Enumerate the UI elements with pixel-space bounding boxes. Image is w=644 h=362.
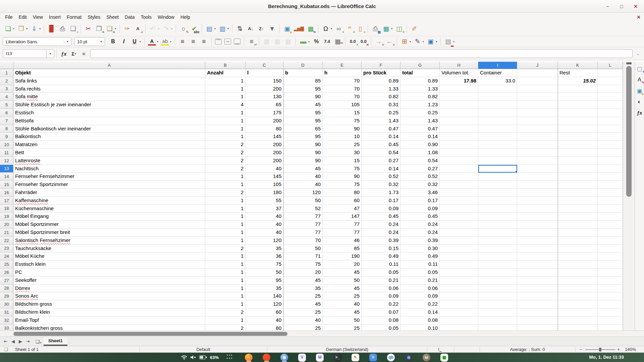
maximize-button[interactable]: □ <box>619 3 625 9</box>
cell-K9[interactable] <box>558 133 598 141</box>
cell-K18[interactable] <box>558 205 598 213</box>
cell-I4[interactable] <box>478 93 517 101</box>
cell-K28[interactable] <box>558 285 598 293</box>
row-header-31[interactable]: 31 <box>0 308 13 316</box>
cell-D6[interactable]: 95 <box>283 109 323 117</box>
column-button[interactable]: ▥▾ <box>217 23 230 34</box>
cell-H26[interactable] <box>440 268 478 277</box>
row-header-25[interactable]: 25 <box>0 260 13 268</box>
cell-I2[interactable]: 33.0 <box>478 77 517 85</box>
cell-I24[interactable] <box>478 252 517 260</box>
zoom-out-button[interactable]: − <box>579 346 582 353</box>
cell-E33[interactable]: 25 <box>323 324 362 331</box>
wrap-text-button[interactable]: ≡↵ <box>246 36 257 47</box>
zoom-in-button[interactable]: + <box>617 346 620 353</box>
cell-A9[interactable]: Balkontisch <box>13 133 205 141</box>
cell-I23[interactable] <box>478 245 517 253</box>
horizontal-scrollbar-thumb[interactable] <box>13 332 287 336</box>
libreoffice-calc-launcher[interactable]: ▦ <box>435 353 453 362</box>
cell-J14[interactable] <box>517 173 558 181</box>
cell-H9[interactable] <box>440 133 478 141</box>
hyperlink-button[interactable]: ∞+ <box>333 23 344 34</box>
cell-K4[interactable] <box>558 93 598 101</box>
align-top-button[interactable]: ⎺ <box>214 36 223 47</box>
cell-E29[interactable]: 25 <box>323 292 362 300</box>
cell-I12[interactable] <box>478 157 517 165</box>
files-launcher[interactable]: ≡ <box>364 353 382 362</box>
cell-F30[interactable]: 0.22 <box>362 300 400 308</box>
cell-I31[interactable] <box>478 308 517 316</box>
percent-format-button[interactable]: % <box>311 36 322 47</box>
cell-C25[interactable]: 75 <box>246 260 283 268</box>
cell-D4[interactable]: 90 <box>283 93 323 101</box>
cell-B2[interactable]: 1 <box>205 77 246 85</box>
cell-H19[interactable] <box>440 213 478 221</box>
cell-B24[interactable]: 1 <box>205 252 246 260</box>
row-header-4[interactable]: 4 <box>0 93 13 101</box>
cell-H11[interactable] <box>440 149 478 157</box>
cell-H17[interactable] <box>440 197 478 205</box>
cell-J5[interactable] <box>517 101 558 109</box>
cell-D26[interactable]: 20 <box>283 268 323 277</box>
print-area-button[interactable]: ⎙▦ <box>370 23 381 34</box>
cell-D31[interactable]: 25 <box>283 308 323 316</box>
cell-C3[interactable]: 200 <box>246 85 283 93</box>
cell-K27[interactable] <box>558 277 598 285</box>
cell-C32[interactable]: 40 <box>246 316 283 324</box>
cell-L10[interactable] <box>598 141 623 149</box>
cell-H2[interactable]: 17.98 <box>440 77 478 85</box>
chevron-down-icon[interactable]: ▾ <box>97 40 105 43</box>
equals-button[interactable]: = <box>79 49 88 58</box>
cell-J12[interactable] <box>517 157 558 165</box>
cell-C12[interactable]: 200 <box>246 157 283 165</box>
cell-B21[interactable]: 1 <box>205 229 246 237</box>
cut-button[interactable]: ✂ <box>83 23 94 34</box>
cell-E7[interactable]: 75 <box>323 117 362 125</box>
cell-J18[interactable] <box>517 205 558 213</box>
merge-cells-button[interactable]: ▦ <box>272 36 283 47</box>
cell-D1[interactable]: b <box>283 69 323 77</box>
cell-I25[interactable] <box>478 260 517 268</box>
redo-button[interactable]: ↷▾ <box>161 23 174 34</box>
cell-E11[interactable]: 30 <box>323 149 362 157</box>
cell-G21[interactable]: 0.24 <box>400 229 440 237</box>
print-preview-button[interactable]: ❑○ <box>68 23 78 34</box>
row-header-9[interactable]: 9 <box>0 133 13 141</box>
cell-H14[interactable] <box>440 173 478 181</box>
cell-L4[interactable] <box>598 93 623 101</box>
cell-J21[interactable] <box>517 229 558 237</box>
cell-B22[interactable]: 1 <box>205 237 246 245</box>
cell-G26[interactable]: 0.05 <box>400 268 440 277</box>
cell-L24[interactable] <box>598 252 623 260</box>
add-sheet-button[interactable]: ❏+ <box>34 339 42 344</box>
cell-E27[interactable]: 50 <box>323 277 362 285</box>
cell-C17[interactable]: 55 <box>246 197 283 205</box>
cell-J10[interactable] <box>517 141 558 149</box>
cell-D21[interactable]: 77 <box>283 229 323 237</box>
cell-E32[interactable]: 50 <box>323 316 362 324</box>
cell-G2[interactable]: 0.89 <box>400 77 440 85</box>
cell-G30[interactable]: 0.22 <box>400 300 440 308</box>
cell-B11[interactable]: 2 <box>205 149 246 157</box>
text-editor-launcher[interactable]: ✎ <box>346 353 364 362</box>
cell-D28[interactable]: 35 <box>283 285 323 293</box>
menu-tools[interactable]: Tools <box>138 14 155 20</box>
cell-A24[interactable]: Möbel Küche <box>13 252 205 260</box>
row-header-10[interactable]: 10 <box>0 141 13 149</box>
cell-D30[interactable]: 45 <box>283 300 323 308</box>
cell-B16[interactable]: 2 <box>205 189 246 197</box>
cell-K15[interactable] <box>558 181 598 189</box>
font-size-combo[interactable]: 10 pt ▾ <box>74 37 105 46</box>
cell-A3[interactable]: Sofa rechts <box>13 85 205 93</box>
cell-G28[interactable]: 0.06 <box>400 285 440 293</box>
cell-F1[interactable]: pro Stück <box>362 69 400 77</box>
cell-K24[interactable] <box>558 252 598 260</box>
cell-B1[interactable]: Anzahl <box>205 69 246 77</box>
cell-I1[interactable]: Container <box>478 69 517 77</box>
cell-K3[interactable] <box>558 85 598 93</box>
cell-K30[interactable] <box>558 300 598 308</box>
cell-F12[interactable]: 0.27 <box>362 157 400 165</box>
cell-A31[interactable]: Bildschirm klein <box>13 308 205 316</box>
cell-L9[interactable] <box>598 133 623 141</box>
cell-E2[interactable]: 70 <box>323 77 362 85</box>
